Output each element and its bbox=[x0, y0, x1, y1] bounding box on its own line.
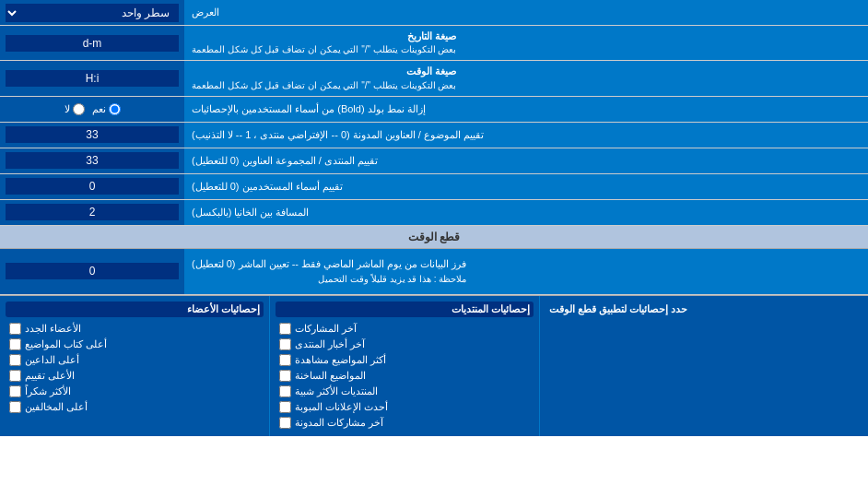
col1-checkboxes: إحصائيات المنتديات آخر المشاركات آخر أخب… bbox=[270, 296, 540, 436]
date-format-field[interactable] bbox=[6, 35, 179, 52]
cb-item: الأكثر شكراً bbox=[6, 384, 264, 399]
topics-order-row: تقييم الموضوع / العناوين المدونة (0 -- ا… bbox=[0, 123, 868, 148]
cb-item: أحدث الإعلانات المبوبة bbox=[276, 399, 534, 415]
cb-item: أعلى الداعين bbox=[6, 352, 264, 368]
cb-item: الأعضاء الجدد bbox=[6, 321, 264, 337]
display-mode-input[interactable]: سطر واحد سطرين ثلاثة أسطر bbox=[0, 0, 184, 25]
cb-hot-topics[interactable] bbox=[279, 370, 291, 382]
topics-order-label: تقييم الموضوع / العناوين المدونة (0 -- ا… bbox=[184, 123, 868, 148]
cb-top-inviters[interactable] bbox=[9, 354, 21, 366]
col2-title: إحصائيات الأعضاء bbox=[6, 302, 264, 317]
cb-item: أكثر المواضيع مشاهدة bbox=[276, 352, 534, 368]
cb-forum-news[interactable] bbox=[279, 338, 291, 350]
cb-item: آخر المشاركات bbox=[276, 321, 534, 337]
date-format-label: صيغة التاريخ بعض التكوينات يتطلب "/" الت… bbox=[184, 26, 868, 60]
bold-no-radio[interactable] bbox=[73, 103, 85, 115]
gap-row: المسافة بين الخانيا (بالبكسل) bbox=[0, 200, 868, 226]
cb-item: أعلى كتاب المواضيع bbox=[6, 337, 264, 352]
cb-latest-classifieds[interactable] bbox=[279, 401, 291, 413]
bold-no-label[interactable]: لا bbox=[65, 103, 85, 115]
bold-remove-input-cell: نعم لا bbox=[0, 97, 184, 122]
display-mode-select[interactable]: سطر واحد سطرين ثلاثة أسطر bbox=[6, 4, 179, 22]
bold-yes-label[interactable]: نعم bbox=[92, 103, 121, 115]
cutoff-row: فرز البيانات من يوم الماشر الماضي فقط --… bbox=[0, 249, 868, 295]
bold-remove-row: إزالة نمط بولد (Bold) من أسماء المستخدمي… bbox=[0, 97, 868, 123]
users-order-input-cell bbox=[0, 174, 184, 199]
users-order-label: تقييم أسماء المستخدمين (0 للتعطيل) bbox=[184, 174, 868, 199]
cb-item: المنتديات الأكثر شبية bbox=[276, 384, 534, 399]
cb-item: آخر مشاركات المدونة bbox=[276, 415, 534, 431]
cb-most-viewed[interactable] bbox=[279, 354, 291, 366]
cb-top-posters[interactable] bbox=[9, 338, 21, 350]
topics-order-field[interactable] bbox=[6, 126, 179, 143]
gap-input-cell bbox=[0, 200, 184, 225]
date-format-input-cell bbox=[0, 26, 184, 60]
users-order-row: تقييم أسماء المستخدمين (0 للتعطيل) bbox=[0, 174, 868, 200]
time-format-label: صيغة الوقت بعض التكوينات يتطلب "/" التي … bbox=[184, 61, 868, 95]
topics-order-input-cell bbox=[0, 123, 184, 148]
time-format-input-cell bbox=[0, 61, 184, 95]
gap-field[interactable] bbox=[6, 204, 179, 220]
cb-item: المواضيع الساخنة bbox=[276, 368, 534, 384]
cb-item: الأعلى تقييم bbox=[6, 368, 264, 384]
forum-order-row: تقييم المنتدى / المجموعة العناوين (0 للت… bbox=[0, 148, 868, 174]
cb-popular-forums[interactable] bbox=[279, 385, 291, 397]
cb-blog-posts[interactable] bbox=[279, 417, 291, 429]
cb-new-members[interactable] bbox=[9, 323, 21, 335]
gap-label: المسافة بين الخانيا (بالبكسل) bbox=[184, 200, 868, 225]
cb-top-violators[interactable] bbox=[9, 401, 21, 413]
cb-top-rated[interactable] bbox=[9, 370, 21, 382]
forum-order-label: تقييم المنتدى / المجموعة العناوين (0 للت… bbox=[184, 148, 868, 173]
cutoff-field[interactable] bbox=[6, 263, 179, 279]
cb-most-thanked[interactable] bbox=[9, 385, 21, 397]
time-format-row: صيغة الوقت بعض التكوينات يتطلب "/" التي … bbox=[0, 61, 868, 96]
cutoff-input-cell bbox=[0, 249, 184, 294]
cutoff-label: فرز البيانات من يوم الماشر الماضي فقط --… bbox=[184, 249, 868, 294]
display-mode-row: العرض سطر واحد سطرين ثلاثة أسطر bbox=[0, 0, 868, 26]
cb-item: أعلى المخالفين bbox=[6, 399, 264, 415]
checkboxes-area: حدد إحصائيات لتطبيق قطع الوقت إحصائيات ا… bbox=[0, 295, 868, 436]
cb-last-posts[interactable] bbox=[279, 323, 291, 335]
bold-yes-radio[interactable] bbox=[109, 103, 121, 115]
cb-item: آخر أخبار المنتدى bbox=[276, 337, 534, 352]
cutoff-section-header: قطع الوقت bbox=[0, 226, 868, 249]
forum-order-field[interactable] bbox=[6, 152, 179, 169]
limit-label-cell: حدد إحصائيات لتطبيق قطع الوقت bbox=[540, 296, 868, 436]
bold-remove-label: إزالة نمط بولد (Bold) من أسماء المستخدمي… bbox=[184, 97, 868, 122]
users-order-field[interactable] bbox=[6, 178, 179, 195]
col2-checkboxes: إحصائيات الأعضاء الأعضاء الجدد أعلى كتاب… bbox=[0, 296, 270, 436]
col1-title: إحصائيات المنتديات bbox=[276, 302, 534, 317]
display-mode-label: العرض bbox=[184, 0, 868, 25]
time-format-field[interactable] bbox=[6, 70, 179, 87]
date-format-row: صيغة التاريخ بعض التكوينات يتطلب "/" الت… bbox=[0, 26, 868, 61]
forum-order-input-cell bbox=[0, 148, 184, 173]
